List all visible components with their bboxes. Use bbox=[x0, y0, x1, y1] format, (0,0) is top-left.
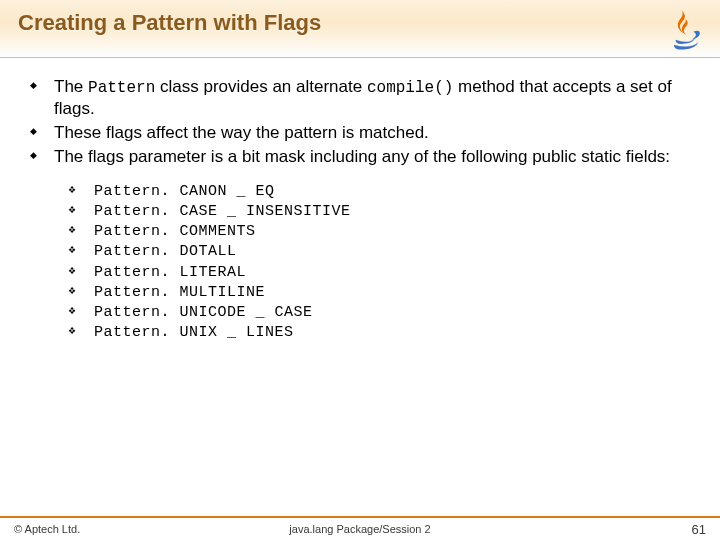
footer-breadcrumb: java.lang Package/Session 2 bbox=[289, 523, 430, 535]
footer-bar: © Aptech Ltd. java.lang Package/Session … bbox=[0, 516, 720, 540]
inline-code: Pattern bbox=[88, 79, 155, 97]
footer-page-number: 61 bbox=[692, 522, 706, 537]
flags-list: Pattern. CANON _ EQ Pattern. CASE _ INSE… bbox=[68, 182, 696, 344]
bullet-text: The flags parameter is a bit mask includ… bbox=[54, 147, 670, 166]
bullet-item: These flags affect the way the pattern i… bbox=[30, 122, 696, 144]
footer-copyright: © Aptech Ltd. bbox=[14, 523, 80, 535]
flag-item: Pattern. LITERAL bbox=[68, 263, 696, 283]
header-bar: Creating a Pattern with Flags bbox=[0, 0, 720, 58]
flag-item: Pattern. CASE _ INSENSITIVE bbox=[68, 202, 696, 222]
flag-item: Pattern. UNIX _ LINES bbox=[68, 323, 696, 343]
flag-item: Pattern. DOTALL bbox=[68, 242, 696, 262]
bullet-text: class provides an alternate bbox=[155, 77, 367, 96]
inline-code: compile() bbox=[367, 79, 453, 97]
java-logo-icon bbox=[656, 4, 708, 56]
bullet-item: The Pattern class provides an alternate … bbox=[30, 76, 696, 120]
content-area: The Pattern class provides an alternate … bbox=[0, 58, 720, 516]
slide-title: Creating a Pattern with Flags bbox=[18, 10, 702, 36]
main-bullet-list: The Pattern class provides an alternate … bbox=[30, 76, 696, 344]
flag-item: Pattern. UNICODE _ CASE bbox=[68, 303, 696, 323]
flag-item: Pattern. COMMENTS bbox=[68, 222, 696, 242]
bullet-text: These flags affect the way the pattern i… bbox=[54, 123, 429, 142]
flag-item: Pattern. CANON _ EQ bbox=[68, 182, 696, 202]
bullet-item: The flags parameter is a bit mask includ… bbox=[30, 146, 696, 344]
bullet-text: The bbox=[54, 77, 88, 96]
flag-item: Pattern. MULTILINE bbox=[68, 283, 696, 303]
slide: Creating a Pattern with Flags The Patter… bbox=[0, 0, 720, 540]
